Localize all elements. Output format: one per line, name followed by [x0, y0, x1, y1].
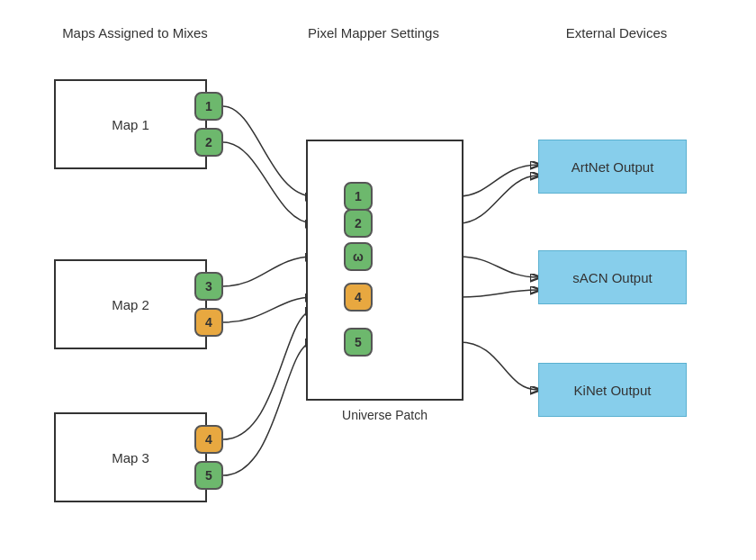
patch-node2: 2	[344, 209, 373, 238]
map3-label: Map 3	[112, 450, 149, 465]
map1-node1: 1	[194, 92, 223, 121]
patch-node4: 4	[344, 283, 373, 312]
settings-header: Pixel Mapper Settings	[297, 25, 450, 41]
kinet-device: KiNet Output	[538, 363, 687, 417]
map2-node4: 4	[194, 308, 223, 337]
diagram-container: Maps Assigned to Mixes Pixel Mapper Sett…	[0, 0, 756, 560]
maps-header: Maps Assigned to Mixes	[50, 25, 220, 41]
map1-node2: 2	[194, 128, 223, 157]
map3-node5: 5	[194, 461, 223, 490]
map3-box: Map 3	[54, 412, 207, 502]
map2-node3: 3	[194, 272, 223, 301]
map1-label: Map 1	[112, 117, 149, 132]
kinet-label: KiNet Output	[574, 383, 652, 398]
sacn-label: sACN Output	[572, 270, 652, 285]
map3-node4: 4	[194, 425, 223, 454]
sacn-device: sACN Output	[538, 250, 687, 304]
devices-header: External Devices	[536, 25, 698, 41]
patch-label: Universe Patch	[306, 408, 464, 422]
map2-box: Map 2	[54, 259, 207, 349]
artnet-device: ArtNet Output	[538, 140, 687, 194]
map1-box: Map 1	[54, 79, 207, 169]
artnet-label: ArtNet Output	[572, 159, 654, 175]
patch-box	[306, 140, 464, 401]
patch-node5: 5	[344, 328, 373, 357]
patch-node1: 1	[344, 182, 373, 211]
map2-label: Map 2	[112, 297, 149, 312]
patch-node3: ω	[344, 242, 373, 271]
